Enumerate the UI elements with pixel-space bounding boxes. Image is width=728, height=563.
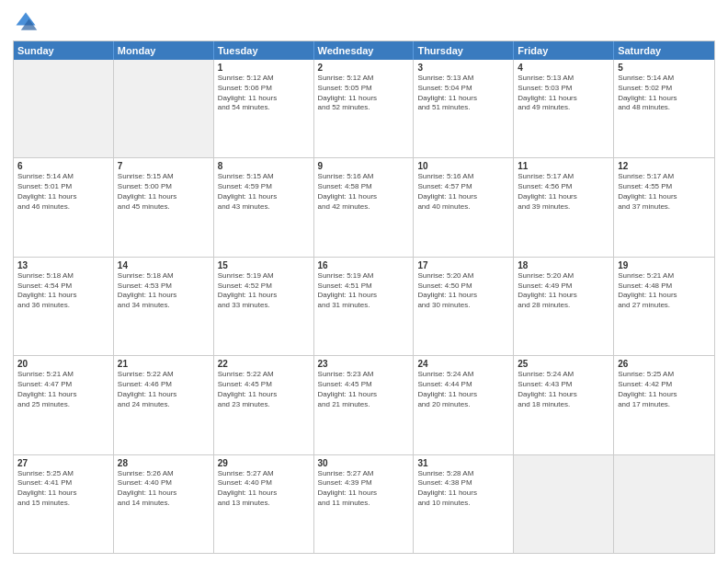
cal-cell-empty xyxy=(514,455,614,553)
cal-cell-15: 15Sunrise: 5:19 AM Sunset: 4:52 PM Dayli… xyxy=(214,258,314,355)
page: SundayMondayTuesdayWednesdayThursdayFrid… xyxy=(0,0,728,563)
cal-cell-20: 20Sunrise: 5:21 AM Sunset: 4:47 PM Dayli… xyxy=(14,356,114,454)
day-number: 10 xyxy=(417,161,509,171)
cal-row-4: 20Sunrise: 5:21 AM Sunset: 4:47 PM Dayli… xyxy=(14,355,714,454)
cell-info: Sunrise: 5:12 AM Sunset: 5:06 PM Dayligh… xyxy=(218,74,310,113)
cell-info: Sunrise: 5:23 AM Sunset: 4:45 PM Dayligh… xyxy=(318,370,410,409)
cal-row-1: 1Sunrise: 5:12 AM Sunset: 5:06 PM Daylig… xyxy=(14,60,714,157)
cal-cell-13: 13Sunrise: 5:18 AM Sunset: 4:54 PM Dayli… xyxy=(14,258,114,355)
cal-cell-8: 8Sunrise: 5:15 AM Sunset: 4:59 PM Daylig… xyxy=(214,158,314,256)
day-number: 17 xyxy=(417,260,509,270)
cell-info: Sunrise: 5:20 AM Sunset: 4:50 PM Dayligh… xyxy=(417,271,509,311)
cell-info: Sunrise: 5:15 AM Sunset: 4:59 PM Dayligh… xyxy=(218,172,310,212)
day-number: 22 xyxy=(218,359,310,369)
cal-cell-3: 3Sunrise: 5:13 AM Sunset: 5:04 PM Daylig… xyxy=(414,60,514,157)
cal-cell-4: 4Sunrise: 5:13 AM Sunset: 5:03 PM Daylig… xyxy=(514,60,614,157)
calendar-body: 1Sunrise: 5:12 AM Sunset: 5:06 PM Daylig… xyxy=(14,60,714,553)
cal-cell-12: 12Sunrise: 5:17 AM Sunset: 4:55 PM Dayli… xyxy=(614,158,714,256)
day-number: 25 xyxy=(518,359,609,369)
cell-info: Sunrise: 5:25 AM Sunset: 4:42 PM Dayligh… xyxy=(618,370,711,409)
cell-info: Sunrise: 5:22 AM Sunset: 4:46 PM Dayligh… xyxy=(118,370,210,409)
cell-info: Sunrise: 5:24 AM Sunset: 4:44 PM Dayligh… xyxy=(417,370,509,409)
day-number: 8 xyxy=(218,161,310,171)
cell-info: Sunrise: 5:27 AM Sunset: 4:39 PM Dayligh… xyxy=(318,469,410,509)
header-cell-saturday: Saturday xyxy=(614,41,714,60)
cell-info: Sunrise: 5:21 AM Sunset: 4:47 PM Dayligh… xyxy=(17,370,109,409)
cal-cell-26: 26Sunrise: 5:25 AM Sunset: 4:42 PM Dayli… xyxy=(614,356,714,454)
cal-cell-19: 19Sunrise: 5:21 AM Sunset: 4:48 PM Dayli… xyxy=(614,258,714,355)
day-number: 14 xyxy=(118,260,210,270)
day-number: 19 xyxy=(618,260,711,270)
cal-cell-1: 1Sunrise: 5:12 AM Sunset: 5:06 PM Daylig… xyxy=(214,60,314,157)
day-number: 15 xyxy=(218,260,310,270)
day-number: 5 xyxy=(618,63,711,73)
cell-info: Sunrise: 5:16 AM Sunset: 4:57 PM Dayligh… xyxy=(417,172,509,212)
cell-info: Sunrise: 5:15 AM Sunset: 5:00 PM Dayligh… xyxy=(118,172,210,212)
cell-info: Sunrise: 5:17 AM Sunset: 4:55 PM Dayligh… xyxy=(618,172,711,212)
day-number: 6 xyxy=(17,161,109,171)
cal-cell-9: 9Sunrise: 5:16 AM Sunset: 4:58 PM Daylig… xyxy=(314,158,415,256)
day-number: 1 xyxy=(218,63,310,73)
cell-info: Sunrise: 5:27 AM Sunset: 4:40 PM Dayligh… xyxy=(218,469,310,509)
cal-cell-7: 7Sunrise: 5:15 AM Sunset: 5:00 PM Daylig… xyxy=(114,158,214,256)
cal-cell-10: 10Sunrise: 5:16 AM Sunset: 4:57 PM Dayli… xyxy=(414,158,514,256)
day-number: 20 xyxy=(17,359,109,369)
cell-info: Sunrise: 5:18 AM Sunset: 4:53 PM Dayligh… xyxy=(118,271,210,311)
day-number: 21 xyxy=(118,359,210,369)
cell-info: Sunrise: 5:22 AM Sunset: 4:45 PM Dayligh… xyxy=(218,370,310,409)
day-number: 24 xyxy=(417,359,509,369)
cal-cell-24: 24Sunrise: 5:24 AM Sunset: 4:44 PM Dayli… xyxy=(414,356,514,454)
cal-cell-23: 23Sunrise: 5:23 AM Sunset: 4:45 PM Dayli… xyxy=(314,356,415,454)
day-number: 18 xyxy=(518,260,609,270)
cal-cell-empty xyxy=(114,60,214,157)
cal-cell-empty xyxy=(14,60,114,157)
cal-cell-empty xyxy=(614,455,714,553)
day-number: 11 xyxy=(518,161,609,171)
calendar-header: SundayMondayTuesdayWednesdayThursdayFrid… xyxy=(14,41,714,60)
cal-cell-2: 2Sunrise: 5:12 AM Sunset: 5:05 PM Daylig… xyxy=(314,60,415,157)
cal-cell-17: 17Sunrise: 5:20 AM Sunset: 4:50 PM Dayli… xyxy=(414,258,514,355)
day-number: 16 xyxy=(318,260,410,270)
day-number: 9 xyxy=(318,161,410,171)
header-cell-wednesday: Wednesday xyxy=(314,41,415,60)
header-cell-monday: Monday xyxy=(114,41,214,60)
cell-info: Sunrise: 5:19 AM Sunset: 4:51 PM Dayligh… xyxy=(318,271,410,311)
cal-cell-14: 14Sunrise: 5:18 AM Sunset: 4:53 PM Dayli… xyxy=(114,258,214,355)
day-number: 26 xyxy=(618,359,711,369)
cal-cell-16: 16Sunrise: 5:19 AM Sunset: 4:51 PM Dayli… xyxy=(314,258,415,355)
cell-info: Sunrise: 5:28 AM Sunset: 4:38 PM Dayligh… xyxy=(417,469,509,509)
cell-info: Sunrise: 5:14 AM Sunset: 5:01 PM Dayligh… xyxy=(17,172,109,212)
cal-cell-29: 29Sunrise: 5:27 AM Sunset: 4:40 PM Dayli… xyxy=(214,455,314,553)
cal-cell-18: 18Sunrise: 5:20 AM Sunset: 4:49 PM Dayli… xyxy=(514,258,614,355)
cal-cell-22: 22Sunrise: 5:22 AM Sunset: 4:45 PM Dayli… xyxy=(214,356,314,454)
cell-info: Sunrise: 5:16 AM Sunset: 4:58 PM Dayligh… xyxy=(318,172,410,212)
cal-cell-31: 31Sunrise: 5:28 AM Sunset: 4:38 PM Dayli… xyxy=(414,455,514,553)
day-number: 7 xyxy=(118,161,210,171)
day-number: 30 xyxy=(318,458,410,468)
header-cell-friday: Friday xyxy=(514,41,614,60)
cal-cell-25: 25Sunrise: 5:24 AM Sunset: 4:43 PM Dayli… xyxy=(514,356,614,454)
day-number: 31 xyxy=(417,458,509,468)
cell-info: Sunrise: 5:13 AM Sunset: 5:04 PM Dayligh… xyxy=(417,74,509,113)
day-number: 23 xyxy=(318,359,410,369)
cell-info: Sunrise: 5:12 AM Sunset: 5:05 PM Dayligh… xyxy=(318,74,410,113)
cal-row-3: 13Sunrise: 5:18 AM Sunset: 4:54 PM Dayli… xyxy=(14,257,714,355)
header-cell-sunday: Sunday xyxy=(14,41,114,60)
cal-cell-6: 6Sunrise: 5:14 AM Sunset: 5:01 PM Daylig… xyxy=(14,158,114,256)
cal-cell-5: 5Sunrise: 5:14 AM Sunset: 5:02 PM Daylig… xyxy=(614,60,714,157)
cal-cell-21: 21Sunrise: 5:22 AM Sunset: 4:46 PM Dayli… xyxy=(114,356,214,454)
cell-info: Sunrise: 5:25 AM Sunset: 4:41 PM Dayligh… xyxy=(17,469,109,509)
header-cell-tuesday: Tuesday xyxy=(214,41,314,60)
day-number: 3 xyxy=(417,63,509,73)
cell-info: Sunrise: 5:21 AM Sunset: 4:48 PM Dayligh… xyxy=(618,271,711,311)
cell-info: Sunrise: 5:14 AM Sunset: 5:02 PM Dayligh… xyxy=(618,74,711,113)
cal-cell-11: 11Sunrise: 5:17 AM Sunset: 4:56 PM Dayli… xyxy=(514,158,614,256)
day-number: 27 xyxy=(17,458,109,468)
day-number: 2 xyxy=(318,63,410,73)
day-number: 29 xyxy=(218,458,310,468)
cell-info: Sunrise: 5:19 AM Sunset: 4:52 PM Dayligh… xyxy=(218,271,310,311)
header-cell-thursday: Thursday xyxy=(414,41,514,60)
day-number: 13 xyxy=(17,260,109,270)
cal-cell-30: 30Sunrise: 5:27 AM Sunset: 4:39 PM Dayli… xyxy=(314,455,415,553)
day-number: 4 xyxy=(518,63,609,73)
